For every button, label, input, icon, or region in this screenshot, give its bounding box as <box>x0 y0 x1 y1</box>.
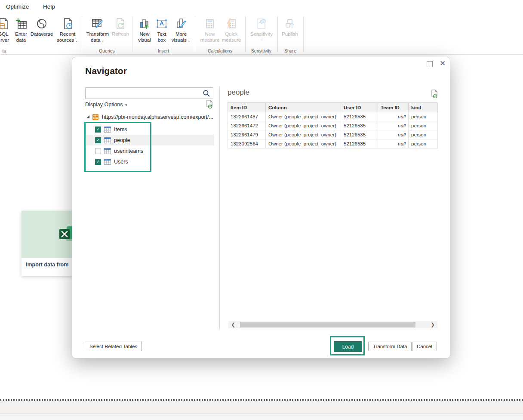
column-header[interactable]: Column <box>266 103 341 112</box>
text-box-button[interactable]: Text box <box>154 16 169 43</box>
pane-divider <box>219 86 220 329</box>
enter-data-label: Enter data <box>12 31 30 43</box>
scroll-left-icon[interactable]: ❮ <box>228 322 238 327</box>
group-label-insert: Insert <box>132 48 195 53</box>
transform-data-button-dialog[interactable]: Transform Data <box>368 342 412 351</box>
tree-item-people[interactable]: ✓ people <box>85 135 214 145</box>
tree-refresh-icon[interactable] <box>206 100 213 108</box>
group-label-data: ta <box>0 48 9 53</box>
search-icon[interactable] <box>203 90 210 97</box>
expander-triangle-icon[interactable] <box>86 115 89 118</box>
recent-sources-button[interactable]: Recent sources⌄ <box>54 16 81 43</box>
dataverse-icon <box>35 16 49 31</box>
tree-item-label: people <box>114 137 130 143</box>
menu-bar: Optimize Help <box>0 0 523 13</box>
text-box-label: Text box <box>154 31 169 43</box>
preview-table: Item ID Column User ID Team ID kind 1322… <box>228 102 438 148</box>
dropdown-caret-icon: ⌄ <box>260 37 264 42</box>
ribbon-separator <box>82 16 82 52</box>
checkbox-people[interactable]: ✓ <box>95 137 101 143</box>
cell-column: Owner (people_project_owner) <box>266 112 341 121</box>
column-header[interactable]: User ID <box>341 103 378 112</box>
preview-table-title: people <box>228 88 249 97</box>
tree-item-label: Users <box>114 159 128 165</box>
publish-label: Publish <box>282 31 298 37</box>
scrollbar-thumb[interactable] <box>240 322 415 327</box>
status-bar <box>0 401 523 414</box>
cancel-button[interactable]: Cancel <box>412 342 437 351</box>
table-icon <box>104 148 111 154</box>
check-icon: ✓ <box>96 138 100 142</box>
sensitivity-icon <box>255 16 268 31</box>
horizontal-scrollbar[interactable]: ❮ ❯ <box>228 321 437 328</box>
checkbox-items[interactable]: ✓ <box>95 127 101 133</box>
table-row: 1323092564 Owner (people_project_owner) … <box>228 139 438 148</box>
check-icon: ✓ <box>96 160 100 164</box>
checkbox-userinteams[interactable] <box>95 148 101 154</box>
power-bi-desktop-window: Optimize Help SQL erver <box>0 0 523 420</box>
tree-item-items[interactable]: ✓ Items <box>85 124 214 135</box>
ribbon-separator <box>303 16 304 52</box>
sensitivity-label: Sensitivity <box>250 31 273 37</box>
publish-icon <box>283 16 297 31</box>
check-icon: ✓ <box>96 127 100 132</box>
source-url: https://pbi-monday.alphaservesp.com/expo… <box>102 114 213 120</box>
tree-item-userinteams[interactable]: userinteams <box>85 145 214 156</box>
menu-help[interactable]: Help <box>43 3 55 10</box>
load-button[interactable]: Load <box>334 341 362 352</box>
cell-item-id: 1322661487 <box>228 112 266 121</box>
dialog-title: Navigator <box>85 66 127 76</box>
dataverse-button[interactable]: Dataverse <box>29 16 54 37</box>
table-row: 1322661487 Owner (people_project_owner) … <box>228 112 438 121</box>
new-visual-label: New visual <box>136 31 153 43</box>
table-icon <box>104 137 111 143</box>
sql-server-label2: erver <box>0 37 9 43</box>
more-visuals-button[interactable]: More visuals⌄ <box>169 16 193 43</box>
close-icon[interactable]: ✕ <box>440 59 446 68</box>
search-box <box>85 87 213 99</box>
cell-item-id: 1322661472 <box>228 121 266 130</box>
new-measure-label: New measure <box>199 31 221 43</box>
column-header[interactable]: Item ID <box>228 103 266 112</box>
transform-data-button[interactable]: Transform data⌄ <box>85 16 110 43</box>
select-related-tables-button[interactable]: Select Related Tables <box>85 342 142 351</box>
dropdown-caret-icon: ⌄ <box>188 38 191 43</box>
column-header[interactable]: kind <box>409 103 438 112</box>
cell-user-id: 52126535 <box>341 112 378 121</box>
menu-optimize[interactable]: Optimize <box>6 3 29 10</box>
cell-kind: person <box>409 130 438 139</box>
source-root-node[interactable]: https://pbi-monday.alphaservesp.com/expo… <box>85 112 213 122</box>
quick-measure-button: Quick measure <box>219 16 243 43</box>
display-options-dropdown[interactable]: Display Options ▾ <box>85 102 127 108</box>
sql-server-label: SQL <box>0 31 9 37</box>
new-visual-button[interactable]: New visual <box>136 16 153 43</box>
cell-column: Owner (people_project_owner) <box>266 139 341 148</box>
web-source-icon <box>92 114 99 120</box>
cell-item-id: 1323092564 <box>228 139 266 148</box>
enter-data-button[interactable]: Enter data <box>12 16 30 43</box>
preview-refresh-icon[interactable] <box>431 90 438 98</box>
dataverse-label: Dataverse <box>31 31 53 37</box>
table-row: 1322661479 Owner (people_project_owner) … <box>228 130 438 139</box>
cell-column: Owner (people_project_owner) <box>266 121 341 130</box>
checkbox-users[interactable]: ✓ <box>95 159 101 165</box>
text-box-icon <box>155 16 169 31</box>
more-visuals-icon <box>174 16 188 31</box>
column-header[interactable]: Team ID <box>378 103 409 112</box>
maximize-icon[interactable] <box>427 61 433 67</box>
dropdown-caret-icon: ⌄ <box>101 38 105 43</box>
scroll-right-icon[interactable]: ❯ <box>428 322 437 327</box>
cell-item-id: 1322661479 <box>228 130 266 139</box>
refresh-button: Refresh <box>110 16 131 37</box>
scrollbar-track[interactable] <box>238 322 428 327</box>
quick-measure-icon <box>225 16 238 31</box>
tree-item-users[interactable]: ✓ Users <box>85 156 214 167</box>
refresh-label: Refresh <box>112 31 129 37</box>
ribbon-separator <box>277 16 278 52</box>
bottom-strip <box>0 414 523 420</box>
ribbon-separator <box>195 16 195 52</box>
transform-data-icon <box>91 16 105 31</box>
table-header-row: Item ID Column User ID Team ID kind <box>228 103 438 112</box>
search-input[interactable] <box>88 89 200 98</box>
table-icon <box>104 127 111 133</box>
